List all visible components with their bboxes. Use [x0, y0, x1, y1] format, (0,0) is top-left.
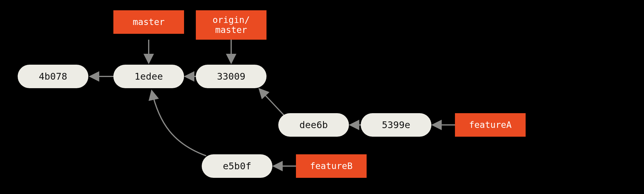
branch-featureB: featureB [296, 154, 367, 178]
commit-e5b0f: e5b0f [202, 154, 272, 178]
commit-label: dee6b [299, 119, 328, 131]
commit-dee6b: dee6b [278, 113, 349, 137]
commit-4b078: 4b078 [18, 65, 88, 88]
branch-origin-master: origin/ master [196, 10, 266, 40]
commit-label: 4b078 [39, 71, 67, 82]
commit-33009: 33009 [196, 65, 266, 88]
branch-master: master [113, 10, 184, 34]
branch-label: origin/ master [213, 15, 250, 35]
commit-label: 33009 [217, 71, 245, 82]
commit-1edee: 1edee [113, 65, 184, 88]
commit-label: 1edee [135, 71, 163, 82]
branch-label: featureB [310, 161, 353, 171]
branch-featureA: featureA [455, 113, 526, 137]
commit-5399e: 5399e [361, 113, 431, 137]
git-graph: 4b078 1edee 33009 dee6b 5399e e5b0f mast… [0, 0, 644, 194]
branch-label: featureA [469, 120, 512, 130]
edge-e5b0f-to-1edee [152, 91, 206, 156]
commit-label: e5b0f [223, 160, 251, 172]
commit-label: 5399e [382, 119, 410, 131]
branch-label: master [133, 17, 165, 27]
